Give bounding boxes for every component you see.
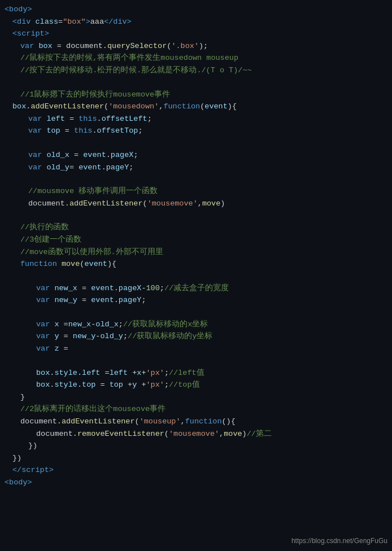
code-line-empty <box>0 77 392 89</box>
code-line: var x = new_x - old_x ; //获取鼠标移动的x坐标 <box>0 318 392 331</box>
code-line-empty <box>0 173 392 185</box>
code-line-empty <box>0 307 392 318</box>
code-line: var new_x = event . pageX - 100 ; //减去盒子… <box>0 282 392 295</box>
code-line: document. addEventListener ( 'mouseup' ,… <box>0 416 392 428</box>
code-line: </script> <box>0 464 392 476</box>
code-line-empty <box>0 270 392 282</box>
code-line: box . style . left = left + x + 'px' ; /… <box>0 367 392 379</box>
code-line: <body> <box>0 3 392 16</box>
code-line: //1鼠标摁下去的时候执行mousemove事件 <box>0 89 392 101</box>
code-line: var y = new_y - old_y ; //获取鼠标移动的y坐标 <box>0 330 392 343</box>
code-line: //2鼠标离开的话移出这个mouseove事件 <box>0 403 392 416</box>
code-line: var top = this . offsetTop ; <box>0 125 392 137</box>
tag-body-open: <body> <box>5 3 32 16</box>
code-line: <script> <box>0 28 392 40</box>
code-line: var old_y = event . pageY ; <box>0 161 392 174</box>
code-line: var z = <box>0 343 392 355</box>
code-line: }) <box>0 440 392 452</box>
tag-div-open: <div <box>12 16 36 28</box>
code-line: var new_y = event . pageY ; <box>0 294 392 307</box>
code-line: <div class = "box" > aaa </div> <box>0 16 392 28</box>
code-line-empty <box>0 209 392 221</box>
code-line: document. addEventListener ( 'mousemove'… <box>0 198 392 210</box>
code-line: <body> <box>0 476 392 489</box>
tag-script-close: </script> <box>12 464 54 476</box>
attr-class: class <box>36 16 59 28</box>
code-line: document. removeEventListener ( 'mousemo… <box>0 428 392 440</box>
code-line-empty <box>0 137 392 149</box>
code-line: }) <box>0 452 392 465</box>
code-line: //鼠标按下去的时候,将有两个事件发生mousedown mouseup <box>0 52 392 64</box>
code-line: box . style . top = top + y + 'px' ; //t… <box>0 379 392 391</box>
tag-body-close: <body> <box>5 476 32 489</box>
code-line-empty <box>0 355 392 367</box>
code-line: var box = document. querySelector ( '.bo… <box>0 40 392 53</box>
attr-val-box: "box" <box>63 16 86 28</box>
code-line: var left = this . offsetLeft ; <box>0 113 392 125</box>
code-line: //mousmove 移动事件调用一个函数 <box>0 185 392 198</box>
code-line: //3创建一个函数 <box>0 234 392 246</box>
code-line: //move函数可以使用外部.外部不可用里 <box>0 246 392 259</box>
watermark: https://blog.csdn.net/GengFuGu <box>291 536 387 546</box>
code-line: function move ( event ){ <box>0 258 392 270</box>
code-line: } <box>0 391 392 404</box>
tag-script-open: <script> <box>12 28 49 40</box>
code-editor: <body> <div class = "box" > aaa </div> <… <box>0 0 392 551</box>
code-line: box . addEventListener ( 'mousedown' , f… <box>0 100 392 113</box>
code-line: //执行的函数 <box>0 221 392 234</box>
code-line: var old_x = event . pageX ; <box>0 149 392 161</box>
code-line: //按下去的时候移动.松开的时候.那么就是不移动./(T o T)/~~ <box>0 64 392 77</box>
